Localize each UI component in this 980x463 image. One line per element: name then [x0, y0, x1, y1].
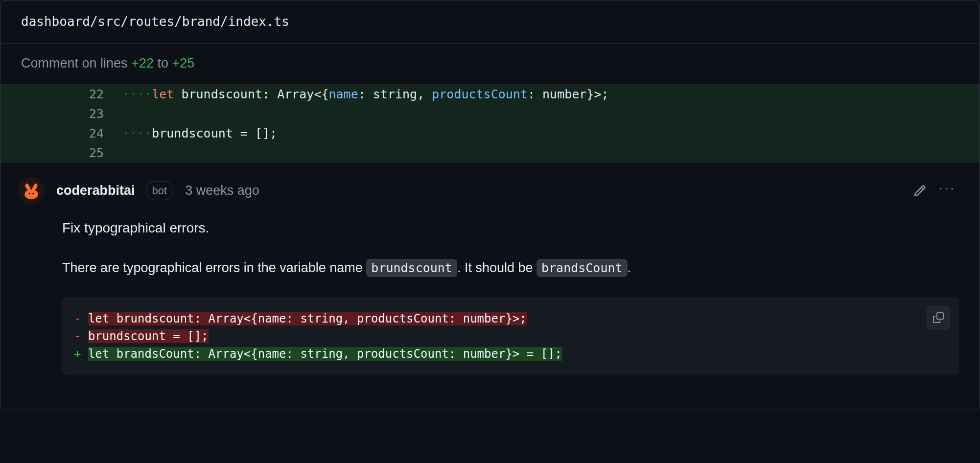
code-snippet: 22····let brundscount: Array<{name: stri… [0, 85, 980, 163]
kebab-icon: ··· [939, 185, 956, 191]
comment-summary: Fix typographical errors. [62, 218, 959, 238]
comment-line-range: Comment on lines +22 to +25 [0, 44, 980, 85]
edit-button[interactable] [910, 182, 929, 200]
code-line: 25 [0, 143, 980, 163]
review-comment-container: dashboard/src/routes/brand/index.ts Comm… [0, 0, 980, 410]
bot-badge: bot [146, 181, 174, 200]
code-line: 23 [0, 104, 980, 124]
diff-content: - let brundscount: Array<{name: string, … [74, 310, 947, 363]
comment-body: Fix typographical errors. There are typo… [62, 218, 959, 376]
desc-text: . It should be [457, 260, 537, 275]
code-content: ····brundscount = []; [118, 124, 980, 143]
inline-code: brandsCount [537, 259, 628, 277]
comment-header: coderabbitai bot 3 weeks ago ··· [18, 178, 959, 204]
line-number[interactable]: 22 [0, 85, 118, 104]
line-number[interactable]: 23 [0, 104, 118, 124]
pencil-icon [913, 185, 926, 197]
diff-deletion: - brundscount = []; [74, 327, 947, 345]
range-prefix: Comment on lines [21, 56, 131, 70]
line-number[interactable]: 24 [0, 124, 118, 143]
review-comment: coderabbitai bot 3 weeks ago ··· Fix typ… [0, 163, 980, 410]
inline-code: brundscount [366, 259, 457, 277]
avatar[interactable] [18, 178, 45, 204]
desc-text: There are typographical errors in the va… [62, 260, 366, 275]
file-header: dashboard/src/routes/brand/index.ts [0, 0, 980, 44]
code-line: 22····let brundscount: Array<{name: stri… [0, 85, 980, 104]
range-from[interactable]: +22 [131, 56, 154, 70]
desc-text: . [628, 260, 631, 275]
svg-point-1 [32, 192, 34, 194]
comment-description: There are typographical errors in the va… [62, 258, 959, 278]
suggested-change-block: - let brundscount: Array<{name: string, … [62, 297, 959, 375]
diff-addition: + let brandsCount: Array<{name: string, … [74, 345, 947, 363]
rabbit-icon [22, 182, 41, 200]
copy-icon [933, 312, 944, 323]
code-content: ····let brundscount: Array<{name: string… [118, 85, 980, 104]
range-to-word: to [154, 56, 172, 70]
more-actions-button[interactable]: ··· [936, 185, 959, 197]
code-content [118, 143, 980, 163]
code-content [118, 104, 980, 124]
comment-author[interactable]: coderabbitai [56, 181, 135, 201]
range-to[interactable]: +25 [172, 56, 194, 70]
code-line: 24····brundscount = []; [0, 124, 980, 143]
line-number[interactable]: 25 [0, 143, 118, 163]
diff-deletion: - let brundscount: Array<{name: string, … [74, 310, 947, 327]
comment-timestamp[interactable]: 3 weeks ago [185, 181, 259, 201]
file-path[interactable]: dashboard/src/routes/brand/index.ts [21, 14, 289, 29]
svg-point-0 [29, 192, 30, 194]
copy-button[interactable] [927, 306, 950, 329]
